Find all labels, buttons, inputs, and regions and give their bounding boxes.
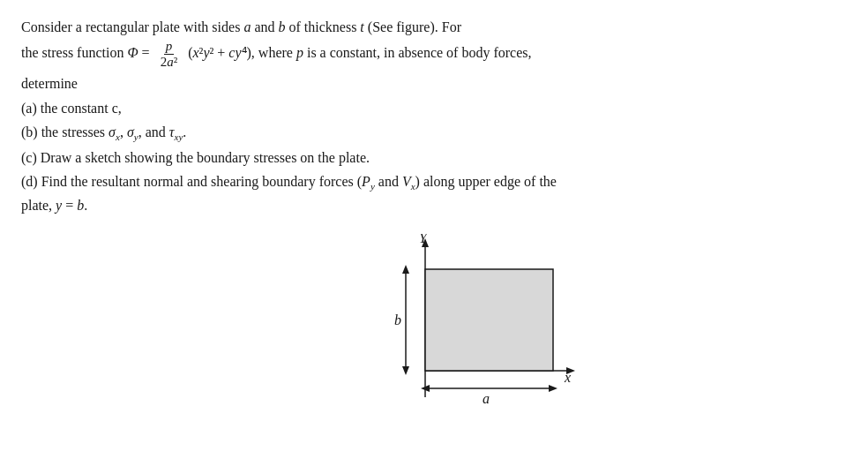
x-axis-label: x (564, 370, 571, 385)
plate-rect (425, 269, 553, 371)
line-d-cont: plate, y = b. (21, 198, 87, 213)
line-b-text: (b) the stresses σx, σy, and τxy. (21, 124, 186, 139)
expr-parens: (x²y² + cy⁴), (188, 45, 255, 60)
line-b: (b) the stresses σx, σy, and τxy. (21, 121, 847, 145)
problem-text: Consider a rectangular plate with sides … (21, 16, 847, 218)
figure-svg: Y x b a (346, 234, 575, 410)
fraction-p-2a2: p 2a² (159, 39, 180, 69)
line2-text: the stress function Φ = p 2a² (x²y² + cy… (21, 45, 532, 60)
line-determine: determine (21, 72, 847, 95)
svg-marker-5 (402, 265, 409, 274)
paragraph-intro: Consider a rectangular plate with sides … (21, 16, 847, 69)
content-area: Consider a rectangular plate with sides … (21, 16, 847, 410)
fraction-numerator: p (164, 39, 175, 55)
line-d: (d) Find the resultant normal and sheari… (21, 170, 847, 218)
figure-container: Y x b a (21, 234, 847, 410)
svg-marker-9 (549, 385, 557, 392)
line-c: (c) Draw a sketch showing the boundary s… (21, 147, 847, 169)
line-d-text: (d) Find the resultant normal and sheari… (21, 174, 557, 189)
a-label: a (483, 391, 490, 406)
svg-marker-6 (402, 366, 409, 375)
fraction-denominator: 2a² (159, 55, 180, 70)
line-a: (a) the constant c, (21, 97, 847, 120)
b-label: b (394, 312, 401, 327)
line1-text: Consider a rectangular plate with sides … (21, 19, 461, 34)
